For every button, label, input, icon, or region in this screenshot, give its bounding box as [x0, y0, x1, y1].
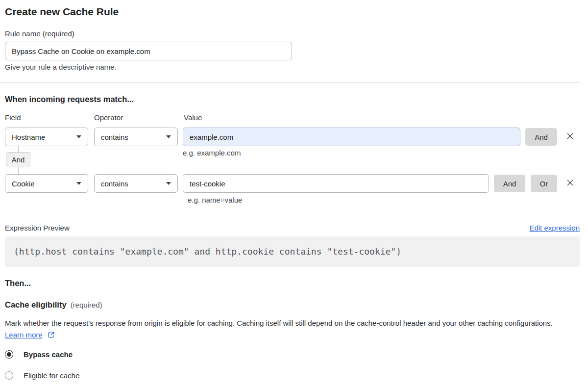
cache-eligibility-heading: Cache eligibility — [5, 300, 67, 310]
condition-row-2: Cookie contains And Or — [5, 174, 588, 193]
cache-eligibility-header: Cache eligibility (required) — [5, 300, 588, 310]
operator-select-2[interactable]: contains — [94, 174, 178, 193]
edit-expression-link[interactable]: Edit expression — [529, 224, 580, 232]
close-icon — [566, 179, 574, 188]
description-text: Mark whether the request’s response from… — [5, 319, 553, 327]
radio-option-label: Eligible for cache — [24, 371, 79, 380]
remove-condition-button-2[interactable] — [566, 180, 574, 188]
required-tag: (required) — [71, 300, 102, 310]
radio-option-label: Bypass cache — [24, 350, 73, 359]
field-select-1-value: Hostname — [12, 133, 45, 141]
operator-select-2-value: contains — [101, 180, 128, 188]
field-select-2[interactable]: Cookie — [5, 174, 88, 193]
value-input-2[interactable] — [183, 174, 489, 193]
add-or-condition-button-2[interactable]: Or — [531, 175, 557, 192]
connector-line-top — [18, 146, 19, 152]
value-hint-2: e.g. name=value — [188, 196, 588, 204]
builder-column-labels: Field Operator Value — [5, 114, 588, 122]
close-icon — [566, 132, 574, 142]
add-and-condition-button-1[interactable]: And — [525, 128, 557, 146]
condition-row-1: Hostname contains And — [5, 128, 588, 146]
connector-and-chip[interactable]: And — [6, 152, 30, 167]
operator-column-label: Operator — [94, 114, 184, 122]
field-select-1[interactable]: Hostname — [5, 128, 88, 146]
expression-preview-code: (http.host contains "example.com" and ht… — [5, 236, 580, 267]
radio-unselected-icon[interactable] — [5, 371, 13, 380]
expression-preview-label: Expression Preview — [5, 224, 70, 232]
condition-builder: Field Operator Value Hostname contains A… — [5, 114, 588, 204]
page-title: Create new Cache Rule — [5, 6, 588, 17]
radio-option-bypass-cache[interactable]: Bypass cache — [5, 350, 588, 359]
field-select-2-value: Cookie — [12, 180, 35, 188]
value-column-label: Value — [184, 114, 202, 122]
expression-header: Expression Preview Edit expression — [5, 224, 580, 232]
field-column-label: Field — [5, 114, 94, 122]
connector-line-bottom — [18, 167, 19, 174]
then-heading: Then... — [5, 279, 588, 287]
chevron-down-icon — [166, 135, 171, 138]
operator-select-1[interactable]: contains — [94, 128, 178, 146]
match-heading: When incoming requests match... — [5, 95, 588, 104]
value-input-1[interactable] — [183, 128, 520, 146]
value-hint-1: e.g. example.com — [183, 149, 241, 157]
chevron-down-icon — [166, 182, 171, 185]
condition-connector-area: e.g. example.com And — [5, 146, 588, 174]
operator-select-1-value: contains — [101, 133, 128, 141]
section-divider — [0, 82, 580, 83]
radio-selected-icon[interactable] — [5, 350, 13, 359]
rule-name-label: Rule name (required) — [5, 30, 588, 38]
chevron-down-icon — [76, 135, 81, 138]
cache-eligibility-description: Mark whether the request’s response from… — [5, 317, 568, 342]
external-link-icon — [48, 332, 55, 340]
add-and-condition-button-2[interactable]: And — [494, 175, 525, 192]
rule-name-input[interactable] — [5, 42, 292, 60]
learn-more-link[interactable]: Learn more — [5, 331, 43, 339]
rule-name-helper: Give your rule a descriptive name. — [5, 63, 588, 71]
radio-option-eligible-for-cache[interactable]: Eligible for cache — [5, 371, 588, 380]
remove-condition-button-1[interactable] — [566, 133, 574, 141]
chevron-down-icon — [76, 182, 81, 185]
